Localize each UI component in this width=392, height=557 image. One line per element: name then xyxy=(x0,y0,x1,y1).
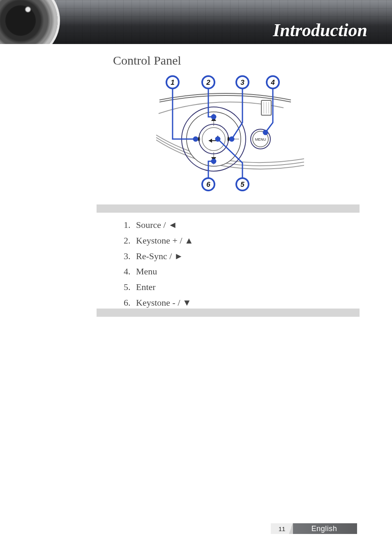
svg-text:6: 6 xyxy=(206,181,210,188)
page-header: Introduction xyxy=(0,0,392,44)
svg-text:5: 5 xyxy=(240,181,244,188)
page-footer: 11 English xyxy=(271,523,357,534)
legend-list: Source / ◄ Keystone + / ▲ Re-Sync / ► Me… xyxy=(121,217,194,311)
callout-5: 5 xyxy=(236,178,249,190)
chapter-title: Introduction xyxy=(273,20,367,41)
lens-graphic-icon xyxy=(0,0,58,44)
control-panel-diagram: MENU 1 2 3 4 xyxy=(156,73,304,197)
legend-item: Re-Sync / ► xyxy=(133,248,194,264)
svg-point-22 xyxy=(263,130,267,135)
menu-button-label: MENU xyxy=(255,137,266,142)
svg-text:3: 3 xyxy=(240,79,244,86)
focus-slider-icon xyxy=(261,100,271,115)
callout-4: 4 xyxy=(267,76,279,88)
svg-point-24 xyxy=(212,159,216,163)
legend-item: Enter xyxy=(133,279,194,295)
legend-item: Keystone + / ▲ xyxy=(133,233,194,248)
svg-point-20 xyxy=(212,115,216,119)
callout-2: 2 xyxy=(202,76,214,88)
divider-bar-bottom xyxy=(97,309,360,317)
svg-text:1: 1 xyxy=(171,79,174,86)
svg-point-23 xyxy=(216,137,220,141)
callout-3: 3 xyxy=(236,76,249,88)
page-number: 11 xyxy=(271,523,293,534)
legend-item: Source / ◄ xyxy=(133,217,194,233)
legend-item: Menu xyxy=(133,264,194,279)
svg-point-19 xyxy=(194,137,198,141)
svg-text:4: 4 xyxy=(270,79,275,86)
svg-point-21 xyxy=(230,137,234,141)
callout-1: 1 xyxy=(166,76,179,88)
page-number-badge: 11 xyxy=(271,523,293,534)
svg-text:2: 2 xyxy=(206,79,210,86)
section-heading: Control Panel xyxy=(113,53,181,67)
language-badge: English xyxy=(291,523,357,534)
divider-bar-top xyxy=(97,204,360,213)
callout-6: 6 xyxy=(202,178,214,190)
